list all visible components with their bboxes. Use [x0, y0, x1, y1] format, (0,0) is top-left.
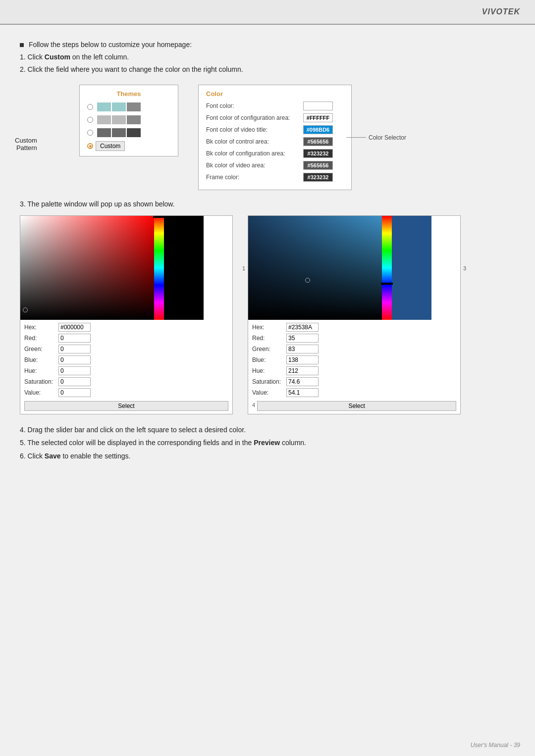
- color-row-2: Font color of video title: #098BD6: [206, 125, 344, 134]
- preview-left: [164, 216, 204, 320]
- color-swatch-6[interactable]: #323232: [303, 173, 333, 182]
- green-input-left[interactable]: [58, 345, 91, 353]
- color-label-5: Bk color of video area:: [206, 162, 300, 169]
- blue-input-right[interactable]: [286, 355, 319, 364]
- custom-pattern-label: CustomPattern: [15, 137, 37, 151]
- color-panel: Color Font color: Font color of configur…: [198, 85, 352, 190]
- radio-1[interactable]: [87, 104, 93, 110]
- sat-row-right: Saturation:: [252, 377, 456, 386]
- red-input-left[interactable]: [58, 334, 91, 343]
- hex-row-right: Hex:: [252, 323, 456, 332]
- crosshair-right: [305, 278, 310, 283]
- hue-slider-left[interactable]: [154, 216, 164, 320]
- hue-label-left: Hue:: [24, 367, 56, 374]
- badge-4: 4: [252, 402, 255, 408]
- radio-3[interactable]: [87, 130, 93, 136]
- color-swatch-2[interactable]: #098BD6: [303, 125, 333, 134]
- select-button-right[interactable]: Select: [257, 401, 456, 411]
- logo: VIVOTEK: [482, 7, 520, 16]
- hue-thumb-left: [153, 216, 165, 218]
- color-row-6: Frame color: #323232: [206, 173, 344, 182]
- gradient-canvas-right[interactable]: [248, 216, 382, 320]
- theme-preview-2: [97, 115, 141, 124]
- fields-right: Hex: Red: Green: Blue: Hue:: [248, 320, 460, 414]
- green-label-left: Green:: [24, 346, 56, 353]
- hue-slider-right[interactable]: [382, 216, 392, 320]
- badge-1: 1: [242, 265, 245, 271]
- theme-block: [127, 102, 141, 111]
- picker-right-inner: [248, 216, 460, 320]
- step5-text: 5. The selected color will be displayed …: [20, 437, 515, 448]
- picker-right: 1 ⊙ 2 3: [248, 215, 461, 414]
- theme-block: [97, 115, 111, 124]
- hue-row-left: Hue:: [24, 366, 228, 375]
- val-row-left: Value:: [24, 388, 228, 397]
- theme-preview-1: [97, 102, 141, 111]
- hue-input-right[interactable]: [286, 366, 319, 375]
- color-swatch-1[interactable]: #FFFFFF: [303, 113, 333, 122]
- color-label-3: Bk color of control area:: [206, 138, 300, 145]
- theme-block: [112, 128, 126, 137]
- gradient-canvas-left[interactable]: [20, 216, 154, 320]
- select-button-left[interactable]: Select: [24, 401, 228, 411]
- blue-label-right: Blue:: [252, 356, 284, 363]
- theme-block: [112, 115, 126, 124]
- hex-row-left: Hex:: [24, 323, 228, 332]
- green-label-right: Green:: [252, 346, 284, 353]
- val-row-right: Value:: [252, 388, 456, 397]
- green-input-right[interactable]: [286, 345, 319, 353]
- red-row-left: Red:: [24, 334, 228, 343]
- color-swatch-5[interactable]: #565656: [303, 161, 333, 170]
- green-row-right: Green:: [252, 345, 456, 353]
- theme-item-1: [87, 102, 170, 111]
- bottom-instructions: 4. Drag the slider bar and click on the …: [20, 424, 515, 461]
- hex-label-right: Hex:: [252, 324, 284, 331]
- val-input-right[interactable]: [286, 388, 319, 397]
- step4-text: 4. Drag the slider bar and click on the …: [20, 424, 515, 435]
- theme-block: [112, 102, 126, 111]
- color-row-3: Bk color of control area: #565656: [206, 137, 344, 146]
- hex-input-right[interactable]: [286, 323, 319, 332]
- blue-row-right: Blue:: [252, 355, 456, 364]
- hex-label-left: Hex:: [24, 324, 56, 331]
- step6-text: 6. Click Save to enable the settings.: [20, 451, 515, 461]
- gradient-blue: [248, 216, 382, 320]
- color-label-0: Font color:: [206, 102, 300, 109]
- custom-button[interactable]: Custom: [96, 141, 125, 151]
- custom-radio[interactable]: [87, 143, 93, 149]
- footer-text: User's Manual - 39: [471, 742, 520, 749]
- color-selector-label: Color Selector: [346, 134, 406, 141]
- sat-input-left[interactable]: [58, 377, 91, 386]
- header: VIVOTEK: [0, 0, 535, 25]
- color-swatch-3[interactable]: #565656: [303, 137, 333, 146]
- theme-block: [127, 128, 141, 137]
- color-label-2: Font color of video title:: [206, 126, 300, 133]
- color-label-4: Bk color of configuration area:: [206, 150, 300, 157]
- hue-input-left[interactable]: [58, 366, 91, 375]
- sat-input-right[interactable]: [286, 377, 319, 386]
- theme-item-3: [87, 128, 170, 137]
- custom-radio-inner: [89, 145, 92, 148]
- red-label-left: Red:: [24, 335, 56, 342]
- hue-row-right: Hue:: [252, 366, 456, 375]
- blue-input-left[interactable]: [58, 355, 91, 364]
- color-swatch-4[interactable]: #323232: [303, 149, 333, 158]
- radio-2[interactable]: [87, 117, 93, 123]
- step1-text: 1. Click Custom on the left column.: [20, 52, 515, 62]
- custom-area: Custom: [87, 141, 170, 151]
- sat-label-right: Saturation:: [252, 378, 284, 385]
- gradient-black-red: [20, 216, 154, 320]
- red-input-right[interactable]: [286, 334, 319, 343]
- intro-text: Follow the steps below to customize your…: [20, 40, 515, 50]
- line: [346, 137, 366, 138]
- hex-input-left[interactable]: [58, 323, 91, 332]
- color-label-6: Frame color:: [206, 174, 300, 181]
- red-row-right: Red:: [252, 334, 456, 343]
- hue-label-right: Hue:: [252, 367, 284, 374]
- preview-right: [392, 216, 431, 320]
- red-label-right: Red:: [252, 335, 284, 342]
- blue-row-left: Blue:: [24, 355, 228, 364]
- step3-text: 3. The palette window will pop up as sho…: [20, 200, 515, 208]
- color-swatch-0[interactable]: [303, 101, 333, 110]
- val-input-left[interactable]: [58, 388, 91, 397]
